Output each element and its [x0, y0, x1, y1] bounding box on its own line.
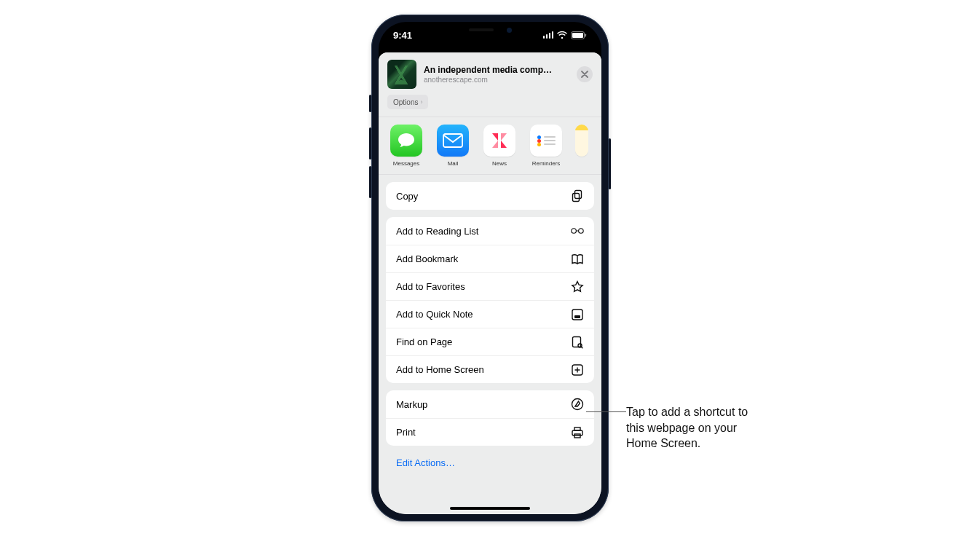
app-label: Reminders: [532, 160, 561, 167]
svg-rect-3: [443, 134, 462, 147]
action-label: Copy: [396, 191, 418, 202]
svg-rect-1: [572, 33, 583, 38]
options-label: Options: [393, 98, 418, 106]
wifi-icon: [557, 31, 567, 39]
messages-icon: [390, 125, 422, 157]
share-app-row[interactable]: Messages Mail News: [379, 117, 601, 175]
svg-rect-4: [575, 191, 582, 199]
side-button-mute: [369, 95, 371, 112]
page-thumbnail: [387, 60, 416, 89]
battery-icon: [571, 31, 587, 39]
print-icon: [571, 426, 584, 439]
star-icon: [571, 280, 584, 293]
add-home-icon: [571, 363, 584, 377]
action-copy[interactable]: Copy: [386, 182, 594, 210]
markup-icon: [571, 398, 584, 411]
action-label: Add to Favorites: [396, 281, 465, 292]
action-quick-note[interactable]: Add to Quick Note: [386, 300, 594, 328]
action-list: Copy Add to Reading List: [379, 175, 601, 514]
share-domain: anotherescape.com: [424, 76, 577, 84]
close-button[interactable]: [577, 66, 593, 82]
side-button-vol-up: [369, 127, 371, 159]
action-reading-list[interactable]: Add to Reading List: [386, 217, 594, 245]
close-icon: [581, 71, 588, 78]
action-markup[interactable]: Markup: [386, 390, 594, 418]
share-app-notes-partial[interactable]: [575, 125, 588, 167]
mail-icon: [437, 125, 469, 157]
share-title: An independent media comp…: [424, 65, 577, 75]
callout-line: [586, 411, 626, 412]
share-app-news[interactable]: News: [482, 125, 517, 167]
notes-icon: [575, 125, 588, 157]
svg-rect-2: [585, 34, 587, 36]
svg-rect-15: [574, 427, 580, 430]
side-button-right: [609, 138, 611, 189]
svg-rect-9: [574, 315, 580, 318]
status-time: 9:41: [393, 30, 412, 41]
svg-rect-5: [573, 194, 580, 202]
action-label: Markup: [396, 399, 427, 410]
chevron-right-icon: ›: [420, 98, 422, 106]
action-label: Print: [396, 427, 416, 438]
action-find[interactable]: Find on Page: [386, 328, 594, 355]
action-favorites[interactable]: Add to Favorites: [386, 272, 594, 300]
book-icon: [571, 253, 584, 266]
action-bookmark[interactable]: Add Bookmark: [386, 245, 594, 272]
callout-text: Tap to add a shortcut to this webpage on…: [626, 404, 764, 452]
app-label: News: [492, 160, 507, 167]
action-label: Add to Quick Note: [396, 309, 473, 320]
share-sheet: An independent media comp… anotherescape…: [379, 52, 601, 514]
action-print[interactable]: Print: [386, 418, 594, 446]
svg-point-7: [579, 229, 584, 234]
quick-note-icon: [571, 308, 584, 321]
cellular-icon: [543, 31, 554, 39]
edit-actions-link[interactable]: Edit Actions…: [386, 453, 594, 478]
action-label: Add to Home Screen: [396, 364, 484, 375]
svg-point-13: [572, 399, 583, 410]
notch: [446, 22, 534, 38]
phone-frame: 9:41 An independent media comp… anothere…: [371, 15, 609, 521]
app-label: Mail: [448, 160, 459, 167]
app-label: Messages: [393, 160, 419, 167]
share-app-mail[interactable]: Mail: [435, 125, 470, 167]
home-indicator[interactable]: [450, 507, 530, 510]
share-app-reminders[interactable]: Reminders: [529, 125, 564, 167]
svg-rect-14: [572, 430, 582, 436]
action-label: Add to Reading List: [396, 226, 478, 237]
options-button[interactable]: Options ›: [387, 95, 428, 109]
copy-icon: [571, 189, 584, 202]
reminders-icon: [530, 125, 562, 157]
action-label: Find on Page: [396, 336, 452, 347]
action-label: Add Bookmark: [396, 253, 458, 264]
share-app-messages[interactable]: Messages: [389, 125, 424, 167]
svg-rect-10: [573, 336, 581, 347]
find-on-page-icon: [571, 336, 584, 349]
news-icon: [483, 125, 515, 157]
glasses-icon: [571, 224, 584, 237]
svg-point-6: [572, 229, 577, 234]
side-button-vol-down: [369, 166, 371, 198]
action-home-screen[interactable]: Add to Home Screen: [386, 355, 594, 383]
